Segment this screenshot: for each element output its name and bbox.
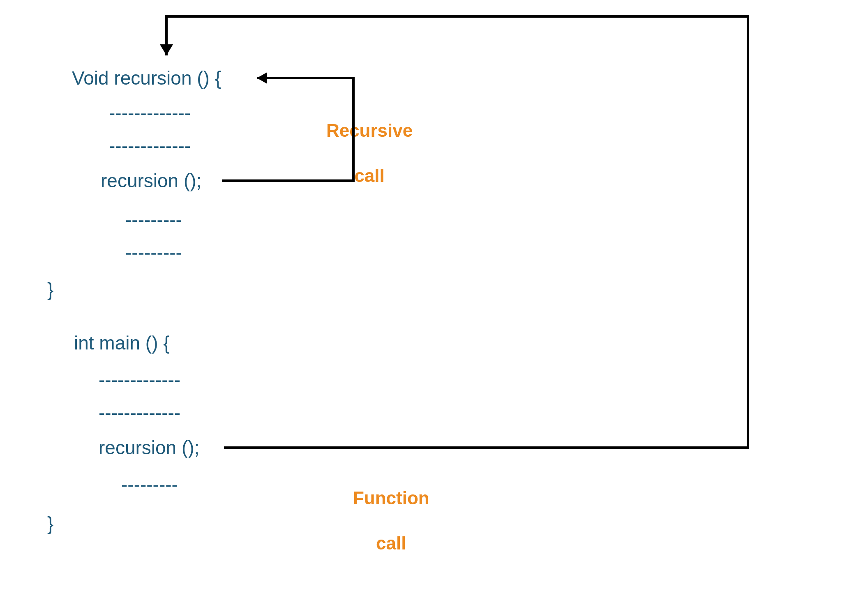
label-recursive-call: Recursive call: [306, 97, 413, 209]
code-line-recursion-call-1: recursion ();: [101, 170, 201, 191]
code-line-dash-3: ---------: [125, 209, 182, 230]
code-line-dash-7: ---------: [121, 474, 178, 495]
diagram-canvas: Void recursion () { ------------- ------…: [0, 0, 863, 616]
code-line-dash-6: -------------: [99, 402, 180, 423]
label-function-line1: Function: [353, 488, 429, 508]
svg-marker-0: [257, 72, 267, 84]
function-call-arrow: [160, 16, 748, 448]
svg-marker-1: [160, 44, 173, 55]
code-line-recursion-call-2: recursion ();: [99, 437, 199, 458]
label-recursive-line1: Recursive: [326, 120, 413, 140]
arrow-layer: [0, 0, 863, 616]
code-line-dash-1: -------------: [109, 103, 191, 124]
code-line-close-brace-1: }: [47, 279, 53, 300]
label-function-line2: call: [376, 533, 406, 553]
label-function-call: Function call: [333, 464, 429, 577]
code-line-close-brace-2: }: [47, 513, 53, 534]
code-line-fn-decl: Void recursion () {: [72, 68, 221, 89]
label-recursive-line2: call: [354, 165, 384, 186]
code-line-dash-5: -------------: [99, 370, 180, 391]
code-line-main-decl: int main () {: [74, 333, 170, 354]
code-line-dash-2: -------------: [109, 136, 191, 156]
code-line-dash-4: ---------: [125, 242, 182, 263]
